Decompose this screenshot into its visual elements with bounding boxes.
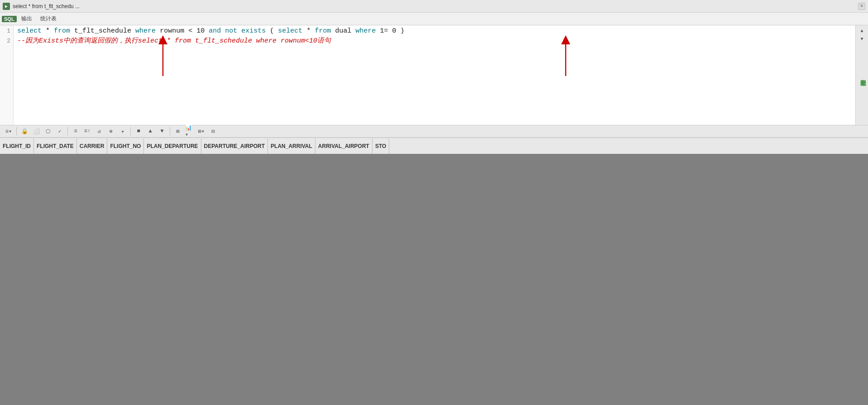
kw-not: not (225, 27, 237, 35)
gray-area (0, 154, 868, 405)
window-icon-label: ▶ (5, 4, 8, 9)
tool-btn-star[interactable]: ✦ (118, 127, 128, 136)
scroll-up-button[interactable]: ▲ (858, 27, 867, 34)
kw-and: and (209, 27, 221, 35)
kw-exists: exists (241, 27, 266, 35)
kw-from2: from (315, 27, 331, 35)
sep-2 (67, 127, 68, 135)
col-sto: STO (372, 138, 389, 154)
tool-btn-tri-up[interactable]: ▲ (145, 127, 155, 136)
comment-text: --因为Exists中的查询返回假的，执行select * from t_flt… (17, 37, 331, 45)
close-button[interactable]: × (858, 3, 865, 10)
results-header: FLIGHT_ID FLIGHT_DATE CARRIER FLIGHT_NO … (0, 138, 868, 154)
bottom-toolbar: ≡▾ 🔒 ⬜ ⬡ ✓ ≡ ≡↑ ↺ ⊕ ✦ ■ ▲ ▼ ⊞ 📊▾ ⊞▾ ⊟ (0, 125, 868, 138)
right-sidebar: ▲ ▼ 总则令令各部测试 (855, 25, 868, 125)
tbl-dual: dual (335, 27, 355, 35)
col-flight-no: FLIGHT_NO (107, 138, 144, 154)
col-flight-date: FLIGHT_DATE (34, 138, 77, 154)
tool-btn-lock[interactable]: 🔒 (19, 127, 29, 136)
sidebar-vertical-label[interactable]: 总则令令各部测试 (858, 73, 868, 77)
editor-area: 1 2 select * from t_flt_schedule where r… (0, 25, 868, 125)
tool-btn-table[interactable]: ⊞▾ (196, 127, 206, 136)
tool-btn-lines-up[interactable]: ≡↑ (82, 127, 92, 136)
kw-select: select (17, 27, 42, 35)
sep-1 (16, 127, 17, 135)
sep-4 (170, 127, 170, 135)
num-10: 10 (196, 27, 209, 35)
sql-window: ▶ select * from t_flt_schedu ... × SQL 输… (0, 0, 868, 154)
code-line-2: --因为Exists中的查询返回假的，执行select * from t_flt… (17, 36, 868, 46)
window-icon: ▶ (3, 3, 10, 10)
op-paren-close: ) (401, 27, 405, 35)
tool-btn-hex[interactable]: ⬡ (43, 127, 53, 136)
code-area[interactable]: select * from t_flt_schedule where rownu… (14, 25, 868, 125)
tool-btn-lines[interactable]: ≡ (71, 127, 81, 136)
op-star2: * (306, 27, 315, 35)
output-button[interactable]: 输出 (18, 14, 36, 24)
col-plan-departure: PLAN_DEPARTURE (144, 138, 201, 154)
tool-btn-chart[interactable]: 📊▾ (185, 127, 195, 136)
line-num-1: 1 (0, 26, 13, 36)
code-line-1: select * from t_flt_schedule where rownu… (17, 26, 868, 36)
line-num-2: 2 (0, 36, 13, 46)
tool-btn-grid[interactable]: ⊞ (173, 127, 183, 136)
results-area: FLIGHT_ID FLIGHT_DATE CARRIER FLIGHT_NO … (0, 138, 868, 154)
sql-badge: SQL (2, 16, 17, 22)
col-rownum: rownum (160, 27, 184, 35)
top-toolbar: SQL 输出 统计表 (0, 13, 868, 25)
op-star1: * (46, 27, 54, 35)
col-departure-airport: DEPARTURE_AIRPORT (201, 138, 268, 154)
titlebar: ▶ select * from t_flt_schedu ... × (0, 0, 868, 13)
col-plan-arrival: PLAN_ARRIVAL (268, 138, 315, 154)
stats-button[interactable]: 统计表 (37, 14, 60, 24)
sep-3 (130, 127, 131, 135)
tool-btn-square[interactable]: ■ (134, 127, 143, 136)
kw-from1: from (54, 27, 70, 35)
tool-btn-add[interactable]: ⊕ (106, 127, 116, 136)
col-flight-id: FLIGHT_ID (0, 138, 34, 154)
col-carrier: CARRIER (77, 138, 108, 154)
kw-where1: where (135, 27, 156, 35)
window-title: select * from t_flt_schedu ... (13, 3, 855, 10)
line-numbers: 1 2 (0, 25, 14, 125)
col-one: 1= (380, 27, 388, 35)
tool-btn-copy[interactable]: ⬜ (31, 127, 41, 136)
tool-btn-refresh[interactable]: ↺ (94, 127, 104, 136)
num-0: 0 (392, 27, 396, 35)
tbl-name1: t_flt_schedule (74, 27, 135, 35)
scroll-down-button[interactable]: ▼ (858, 35, 867, 43)
op-lt: < (188, 27, 192, 35)
kw-where2: where (355, 27, 376, 35)
col-arrival-airport: ARRIVAL_AIRPORT (315, 138, 372, 154)
tool-btn-filter[interactable]: ⊟ (208, 127, 218, 136)
tool-btn-tri-down[interactable]: ▼ (157, 127, 167, 136)
tool-btn-1[interactable]: ≡▾ (4, 127, 14, 136)
tool-btn-check[interactable]: ✓ (55, 127, 65, 136)
op-paren-open: ( (270, 27, 274, 35)
kw-select2: select (278, 27, 302, 35)
